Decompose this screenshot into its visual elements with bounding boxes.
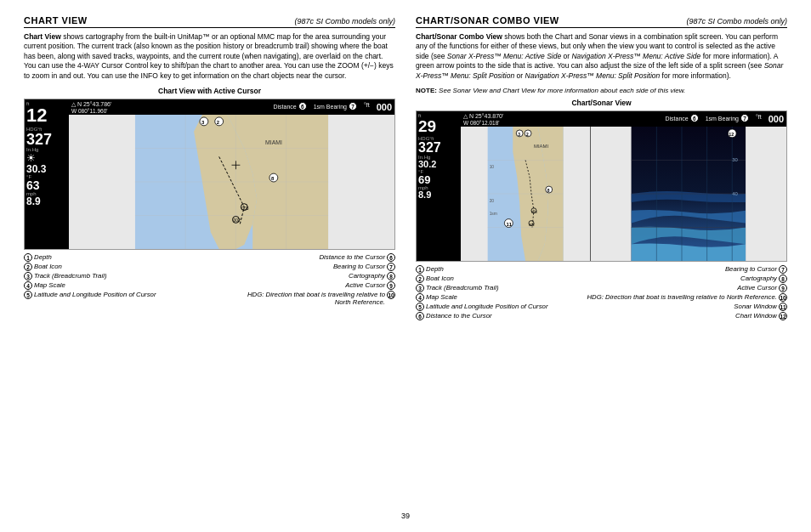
- chart-view-image: ft 12 HDG°ft 327 In.Hg ☀ 30.3 °F 63 mph …: [24, 99, 395, 250]
- coords-icon: △ N 25°43.786': [71, 101, 111, 108]
- speed-value: 8.9: [26, 196, 67, 207]
- svg-text:20: 20: [490, 199, 495, 203]
- legend-text-1: Depth: [34, 253, 52, 261]
- combo-split-area: MIAMI 003 002 10 20 1sm 3: [461, 127, 786, 261]
- combo-legend-text-r7: Bearing to Cursor: [725, 265, 777, 273]
- combo-view-section: CHART/SONAR COMBO VIEW (987c SI Combo mo…: [416, 15, 787, 507]
- legend-item-7: Bearing to Cursor 7: [247, 263, 395, 271]
- svg-text:2: 2: [526, 133, 529, 137]
- combo-data-panel: ft 29 HDG°ft 327 In.Hg 30.2 °F 69 mph 8.…: [417, 111, 461, 261]
- combo-sonar-svg: 12 30 40: [591, 127, 786, 261]
- depth-value: 12: [26, 106, 67, 125]
- degree-label: °ft: [364, 102, 370, 112]
- legend-item-9: Active Cursor 9: [247, 281, 395, 290]
- legend-text-3: Track (Breadcrumb Trail): [34, 272, 107, 280]
- combo-pressure: 30.2: [418, 160, 459, 169]
- svg-text:003: 003: [241, 207, 248, 211]
- combo-bearing-label: 1sm Bearing: [706, 116, 740, 122]
- legend-item-5: 5 Latitude and Longitude Position of Cur…: [24, 291, 156, 299]
- combo-distance-num: 6: [690, 114, 699, 122]
- svg-text:3: 3: [518, 133, 520, 137]
- combo-legend-num-r10: 10: [779, 293, 787, 302]
- combo-distance-section: Distance 6: [666, 114, 699, 124]
- combo-chart-side: MIAMI 003 002 10 20 1sm 3: [461, 127, 591, 261]
- combo-legend-text-4: Map Scale: [426, 293, 457, 301]
- svg-text:12: 12: [729, 132, 734, 137]
- coords-lon: W 080°11.960': [71, 108, 111, 114]
- combo-temp-value: 69: [418, 174, 459, 185]
- svg-text:10: 10: [490, 166, 495, 170]
- combo-bearing-section: 1sm Bearing 7: [706, 114, 749, 124]
- combo-view-subtitle: (987c SI Combo models only): [686, 17, 787, 25]
- combo-legend-num-2: 2: [416, 274, 424, 283]
- chart-map-svg: MIAMI 003 002 3 2 8: [69, 115, 394, 249]
- legend-item-8: Cartography 8: [247, 272, 395, 280]
- legend-text-9: Active Cursor: [345, 281, 385, 289]
- combo-legend-text-r11: Sonar Window: [734, 303, 777, 310]
- combo-coords: △ N 25°43.870' W 080°12.018': [463, 113, 503, 126]
- bearing-section: 1sm Bearing 7: [314, 102, 357, 112]
- svg-text:40: 40: [732, 191, 738, 196]
- combo-legend-item-r12: Chart Window 12: [587, 312, 787, 320]
- legend-text-8: Cartography: [349, 272, 385, 280]
- legend-num-1: 1: [24, 253, 32, 262]
- chart-view-label: Chart View with Active Cursor: [24, 87, 395, 95]
- legend-item-1: 1 Depth: [24, 253, 156, 262]
- combo-view-header: CHART/SONAR COMBO VIEW (987c SI Combo mo…: [416, 15, 787, 28]
- svg-text:002: 002: [529, 223, 535, 227]
- combo-legend-item-r7: Bearing to Cursor 7: [587, 265, 787, 274]
- combo-legend-item-4: 4 Map Scale: [416, 293, 547, 302]
- combo-legend-text-r8: Cartography: [740, 274, 777, 282]
- combo-legend-item-r10: HDG: Direction that boat is travelling r…: [587, 293, 787, 302]
- chart-view-header: CHART VIEW (987c SI Combo models only): [24, 15, 395, 28]
- combo-legend-container: 1 Depth 2 Boat Icon 3 Track (Breadcrumb …: [416, 265, 787, 320]
- combo-legend-right: Bearing to Cursor 7 Cartography 8 Active…: [587, 265, 787, 320]
- hdg-value: 327: [26, 132, 67, 147]
- right-val: 000: [377, 102, 392, 112]
- combo-legend-text-r10: HDG: Direction that boat is travelling r…: [587, 293, 777, 301]
- combo-view-image: ft 29 HDG°ft 327 In.Hg 30.2 °F 69 mph 8.…: [416, 110, 787, 262]
- combo-legend-num-1: 1: [416, 265, 424, 274]
- content-columns: CHART VIEW (987c SI Combo models only) C…: [24, 15, 787, 507]
- combo-hdg-value: 327: [418, 141, 459, 155]
- pressure-value: 30.3: [26, 164, 67, 174]
- legend-text-2: Boat Icon: [34, 263, 62, 270]
- legend-text-4: Map Scale: [34, 281, 65, 289]
- legend-text-5: Latitude and Longitude Position of Curso…: [34, 291, 156, 298]
- combo-legend-text-5: Latitude and Longitude Position of Curso…: [426, 303, 547, 310]
- combo-degree: °ft: [756, 114, 762, 124]
- svg-text:003: 003: [531, 210, 537, 214]
- svg-text:11: 11: [506, 222, 512, 227]
- combo-legend-num-r8: 8: [779, 274, 787, 283]
- combo-chart-svg: MIAMI 003 002 10 20 1sm 3: [461, 127, 590, 261]
- chart-legend: 1 Depth 2 Boat Icon 3 Track (Breadcrumb …: [24, 253, 395, 306]
- combo-legend-text-r9: Active Cursor: [737, 284, 777, 291]
- legend-num-8: 8: [387, 272, 395, 280]
- page-number: 39: [24, 512, 787, 520]
- combo-legend-num-5: 5: [416, 303, 424, 311]
- chart-view-title: CHART VIEW: [24, 15, 88, 25]
- combo-legend-text-2: Boat Icon: [426, 274, 454, 282]
- chart-view-section: CHART VIEW (987c SI Combo models only) C…: [24, 15, 395, 507]
- svg-text:30: 30: [732, 158, 738, 163]
- legend-container: 1 Depth 2 Boat Icon 3 Track (Breadcrumb …: [24, 253, 395, 306]
- chart-view-subtitle: (987c SI Combo models only): [294, 17, 395, 25]
- combo-sonar-side: 12 30 40: [591, 127, 786, 261]
- distance-num: 6: [298, 102, 307, 110]
- chart-top-bar: △ N 25°43.786' W 080°11.960' Distance 6 …: [69, 99, 394, 115]
- svg-text:002: 002: [233, 219, 240, 224]
- combo-legend-num-r7: 7: [779, 265, 787, 274]
- legend-text-10: HDG: Direction that boat is travelling r…: [247, 291, 385, 306]
- combo-top-bar: △ N 25°43.870' W 080°12.018' Distance 6 …: [461, 111, 786, 127]
- bearing-label: 1sm Bearing: [314, 104, 349, 110]
- legend-num-9: 9: [387, 281, 395, 290]
- legend-num-5: 5: [24, 291, 32, 299]
- legend-num-3: 3: [24, 272, 32, 280]
- chart-view-body: Chart View shows cartography from the bu…: [24, 32, 395, 81]
- combo-chart-label: Chart/Sonar View: [416, 99, 787, 107]
- combo-legend-item-r8: Cartography 8: [587, 274, 787, 283]
- legend-num-7: 7: [387, 263, 395, 271]
- legend-right: Distance to the Cursor 6 Bearing to Curs…: [247, 253, 395, 306]
- combo-legend-text-1: Depth: [426, 265, 444, 273]
- chart-map-area: MIAMI 003 002 3 2 8: [69, 115, 394, 249]
